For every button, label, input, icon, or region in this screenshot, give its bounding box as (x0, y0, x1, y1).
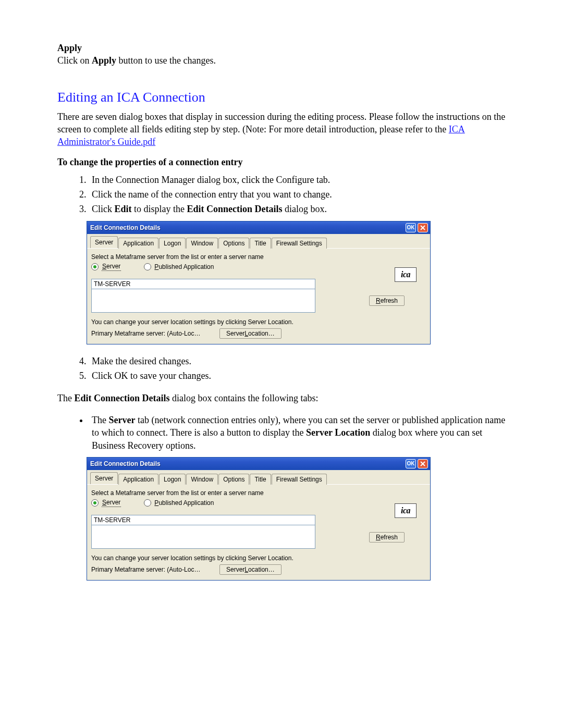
close-button[interactable] (418, 459, 428, 468)
tab-options[interactable]: Options (218, 474, 249, 485)
titlebar: Edit Connection Details OK (87, 221, 430, 234)
serverloc-pre: Server (226, 565, 244, 574)
tab-application[interactable]: Application (118, 474, 158, 485)
serverloc-rest: ocation… (248, 565, 275, 574)
tab-server[interactable]: Server (90, 236, 118, 248)
radio-server[interactable] (91, 263, 99, 270)
ok-label: OK (407, 225, 415, 230)
tabs-intro: The Edit Connection Details dialog box c… (57, 392, 506, 404)
radio-server-u: S (102, 499, 106, 506)
apply-text-before: Click on (57, 55, 92, 66)
bullet-server-tab: The Server tab (network connection entri… (89, 414, 506, 452)
step-3-b1: Edit (115, 204, 132, 214)
serverloc-u: L (244, 565, 248, 574)
radio-row: Server Published Application (91, 262, 426, 271)
radio-row: Server Published Application (91, 498, 426, 507)
instruction-text: Select a Metaframe server from the list … (91, 253, 426, 261)
apply-text-after: button to use the changes. (116, 55, 216, 66)
ok-button[interactable]: OK (406, 223, 416, 232)
hint-text: You can change your server location sett… (91, 554, 426, 562)
section-title: Editing an ICA Connection (57, 88, 506, 106)
radio-server-label[interactable]: Server (102, 498, 121, 507)
serverloc-pre: Server (226, 329, 244, 338)
bullet-b1: Server (108, 415, 135, 425)
refresh-u: R (376, 297, 381, 305)
radio-server[interactable] (91, 499, 99, 507)
section-intro: There are seven dialog boxes that displa… (57, 110, 506, 149)
server-listbox[interactable] (91, 525, 315, 549)
close-icon (420, 461, 425, 466)
panel: Select a Metaframe server from the list … (87, 485, 430, 580)
titlebar-title: Edit Connection Details (90, 460, 161, 468)
radio-server-u: S (102, 263, 106, 270)
server-location-button[interactable]: Server Location… (219, 328, 282, 339)
edit-connection-dialog-1: Edit Connection Details OK Server Applic… (87, 221, 431, 344)
tabs-intro-pre: The (57, 393, 74, 403)
edit-connection-dialog-2: Edit Connection Details OK Server Applic… (87, 457, 431, 581)
step-3-mid: to display the (132, 204, 187, 214)
tab-window[interactable]: Window (186, 238, 218, 249)
tabs-intro-b: Edit Connection Details (74, 393, 169, 403)
apply-text-bold: Apply (92, 55, 116, 66)
step-3-pre: Click (92, 204, 115, 214)
tab-options[interactable]: Options (218, 238, 249, 249)
radio-published[interactable] (144, 263, 151, 270)
step-4: Make the desired changes. (89, 355, 506, 367)
panel: Select a Metaframe server from the list … (87, 249, 430, 344)
ica-logo-icon: ica (395, 267, 417, 282)
step-5: Click OK to save your changes. (89, 369, 506, 382)
titlebar: Edit Connection Details OK (87, 458, 430, 470)
serverloc-u: L (244, 329, 248, 338)
titlebar-title: Edit Connection Details (90, 224, 161, 232)
radio-published[interactable] (144, 499, 151, 507)
subhead: To change the properties of a connection… (57, 156, 506, 168)
tab-title[interactable]: Title (250, 238, 271, 249)
apply-heading: Apply (57, 42, 506, 54)
tabs-intro-post: dialog box contains the following tabs: (170, 393, 319, 403)
titlebar-buttons: OK (406, 459, 428, 468)
tab-logon[interactable]: Logon (159, 474, 186, 485)
bullet-pre: The (92, 415, 108, 425)
refresh-rest: efresh (381, 533, 398, 541)
ok-label: OK (407, 461, 415, 466)
tab-firewall[interactable]: Firewall Settings (272, 238, 327, 249)
tab-firewall[interactable]: Firewall Settings (272, 474, 327, 485)
tabstrip: Server Application Logon Window Options … (87, 470, 430, 485)
refresh-rest: efresh (381, 297, 398, 305)
refresh-button[interactable]: Refresh (369, 295, 405, 306)
tabstrip: Server Application Logon Window Options … (87, 234, 430, 249)
tab-application[interactable]: Application (118, 238, 158, 249)
step-3-b2: Edit Connection Details (187, 204, 283, 214)
tab-title[interactable]: Title (250, 474, 271, 485)
instruction-text: Select a Metaframe server from the list … (91, 489, 426, 497)
server-location-button[interactable]: Server Location… (219, 564, 282, 575)
server-combo[interactable]: TM-SERVER (91, 279, 315, 289)
radio-server-rest: erver (106, 263, 120, 270)
tab-window[interactable]: Window (186, 474, 218, 485)
ica-logo-icon: ica (395, 503, 417, 518)
radio-published-label[interactable]: Published Application (154, 499, 214, 507)
serverloc-rest: ocation… (248, 329, 275, 338)
primary-server-text: Primary Metaframe server: (Auto-Loc… (91, 565, 216, 574)
hint-text: You can change your server location sett… (91, 318, 426, 326)
refresh-u: R (376, 533, 381, 541)
step-3: Click Edit to display the Edit Connectio… (89, 203, 506, 215)
server-listbox[interactable] (91, 289, 315, 313)
step-2: Click the name of the connection entry t… (89, 188, 506, 201)
radio-pub-rest: ublished Application (158, 499, 214, 507)
close-button[interactable] (418, 223, 428, 232)
tab-logon[interactable]: Logon (159, 238, 186, 249)
primary-server-text: Primary Metaframe server: (Auto-Loc… (91, 329, 216, 338)
tab-server[interactable]: Server (90, 472, 118, 484)
radio-server-rest: erver (106, 499, 120, 506)
ok-button[interactable]: OK (406, 459, 416, 468)
apply-text: Click on Apply button to use the changes… (57, 54, 506, 67)
radio-published-label[interactable]: Published Application (154, 263, 214, 271)
close-icon (420, 225, 425, 230)
server-combo[interactable]: TM-SERVER (91, 515, 315, 525)
titlebar-buttons: OK (406, 223, 428, 232)
radio-pub-rest: ublished Application (158, 263, 214, 270)
step-1: In the Connection Manager dialog box, cl… (89, 174, 506, 186)
refresh-button[interactable]: Refresh (369, 532, 405, 542)
radio-server-label[interactable]: Server (102, 262, 121, 271)
